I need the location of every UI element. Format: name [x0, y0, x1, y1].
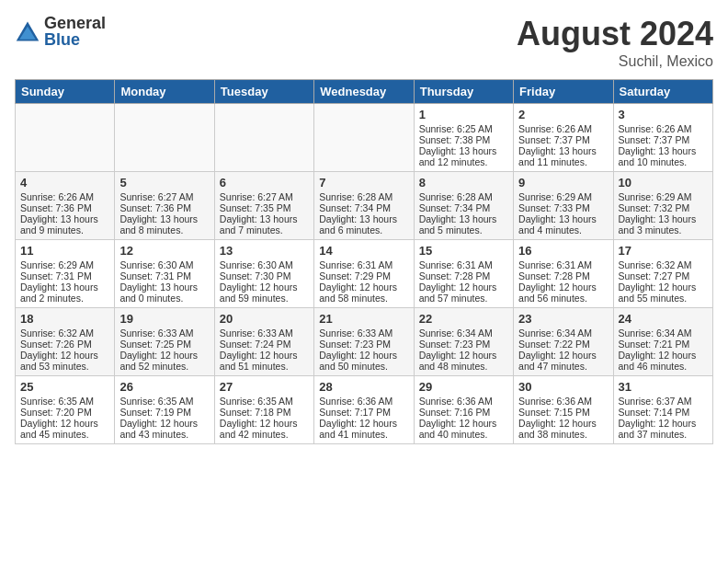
daylight-hours-text: Daylight: 12 hours — [319, 350, 408, 361]
day-number: 3 — [619, 108, 708, 121]
daylight-minutes-text: and 5 minutes. — [419, 224, 508, 236]
sunrise-text: Sunrise: 6:31 AM — [319, 259, 408, 270]
day-number: 4 — [20, 176, 109, 190]
sunrise-text: Sunrise: 6:26 AM — [518, 123, 608, 134]
daylight-hours-text: Daylight: 13 hours — [319, 213, 408, 224]
daylight-hours-text: Daylight: 12 hours — [220, 418, 309, 429]
weekday-header: Monday — [115, 80, 214, 104]
calendar-cell: 19Sunrise: 6:33 AMSunset: 7:25 PMDayligh… — [115, 308, 214, 376]
calendar-cell — [314, 104, 414, 172]
calendar-cell: 2Sunrise: 6:26 AMSunset: 7:37 PMDaylight… — [514, 104, 613, 172]
sunrise-text: Sunrise: 6:34 AM — [619, 327, 708, 339]
calendar-cell — [16, 104, 115, 172]
calendar-cell: 4Sunrise: 6:26 AMSunset: 7:36 PMDaylight… — [16, 172, 115, 240]
daylight-minutes-text: and 40 minutes. — [419, 429, 508, 440]
sunset-text: Sunset: 7:36 PM — [119, 202, 209, 213]
logo-general: General — [44, 15, 106, 31]
daylight-hours-text: Daylight: 12 hours — [20, 418, 109, 429]
daylight-hours-text: Daylight: 13 hours — [419, 213, 508, 224]
calendar-cell: 7Sunrise: 6:28 AMSunset: 7:34 PMDaylight… — [314, 172, 414, 240]
month-year: August 2024 — [517, 15, 713, 53]
calendar-week-row: 4Sunrise: 6:26 AMSunset: 7:36 PMDaylight… — [16, 172, 713, 240]
sunset-text: Sunset: 7:18 PM — [220, 407, 309, 418]
day-number: 31 — [619, 380, 708, 394]
calendar-cell: 20Sunrise: 6:33 AMSunset: 7:24 PMDayligh… — [214, 308, 313, 376]
day-number: 18 — [20, 312, 109, 326]
sunrise-text: Sunrise: 6:28 AM — [419, 191, 508, 202]
sunrise-text: Sunrise: 6:26 AM — [619, 123, 708, 134]
sunset-text: Sunset: 7:34 PM — [319, 202, 408, 213]
day-number: 28 — [319, 380, 408, 394]
weekday-header: Wednesday — [314, 80, 414, 104]
calendar-cell: 30Sunrise: 6:36 AMSunset: 7:15 PMDayligh… — [514, 376, 613, 444]
daylight-hours-text: Daylight: 12 hours — [619, 282, 708, 293]
sunrise-text: Sunrise: 6:29 AM — [20, 259, 109, 270]
daylight-hours-text: Daylight: 12 hours — [518, 350, 608, 361]
daylight-minutes-text: and 55 minutes. — [619, 293, 708, 304]
daylight-hours-text: Daylight: 12 hours — [619, 350, 708, 361]
daylight-hours-text: Daylight: 13 hours — [518, 213, 608, 224]
daylight-hours-text: Daylight: 12 hours — [220, 282, 309, 293]
daylight-minutes-text: and 43 minutes. — [119, 429, 209, 440]
daylight-minutes-text: and 2 minutes. — [20, 293, 109, 304]
logo: General Blue — [15, 15, 106, 48]
daylight-minutes-text: and 48 minutes. — [419, 361, 508, 372]
daylight-hours-text: Daylight: 12 hours — [419, 418, 508, 429]
day-number: 17 — [619, 244, 708, 258]
sunrise-text: Sunrise: 6:34 AM — [419, 327, 508, 339]
calendar-week-row: 11Sunrise: 6:29 AMSunset: 7:31 PMDayligh… — [16, 240, 713, 308]
day-number: 14 — [319, 244, 408, 258]
sunrise-text: Sunrise: 6:33 AM — [220, 327, 309, 339]
sunset-text: Sunset: 7:36 PM — [20, 202, 109, 213]
daylight-minutes-text: and 56 minutes. — [518, 293, 608, 304]
daylight-hours-text: Daylight: 12 hours — [419, 350, 508, 361]
day-number: 13 — [220, 244, 309, 258]
sunset-text: Sunset: 7:38 PM — [419, 134, 508, 145]
daylight-hours-text: Daylight: 13 hours — [518, 145, 608, 156]
calendar-cell: 25Sunrise: 6:35 AMSunset: 7:20 PMDayligh… — [16, 376, 115, 444]
day-number: 27 — [220, 380, 309, 394]
calendar-cell: 21Sunrise: 6:33 AMSunset: 7:23 PMDayligh… — [314, 308, 414, 376]
calendar-cell: 22Sunrise: 6:34 AMSunset: 7:23 PMDayligh… — [414, 308, 513, 376]
sunset-text: Sunset: 7:26 PM — [20, 339, 109, 350]
sunrise-text: Sunrise: 6:31 AM — [419, 259, 508, 270]
day-number: 7 — [319, 176, 408, 190]
day-number: 19 — [119, 312, 209, 326]
daylight-minutes-text: and 46 minutes. — [619, 361, 708, 372]
logo-blue: Blue — [44, 31, 106, 48]
sunrise-text: Sunrise: 6:36 AM — [518, 396, 608, 407]
sunrise-text: Sunrise: 6:32 AM — [619, 259, 708, 270]
calendar-cell: 13Sunrise: 6:30 AMSunset: 7:30 PMDayligh… — [214, 240, 313, 308]
sunset-text: Sunset: 7:15 PM — [518, 407, 608, 418]
daylight-minutes-text: and 9 minutes. — [20, 224, 109, 236]
daylight-minutes-text: and 58 minutes. — [319, 293, 408, 304]
calendar-cell: 1Sunrise: 6:25 AMSunset: 7:38 PMDaylight… — [414, 104, 513, 172]
daylight-minutes-text: and 12 minutes. — [419, 156, 508, 167]
daylight-hours-text: Daylight: 12 hours — [20, 350, 109, 361]
page-header: General Blue August 2024 Suchil, Mexico — [15, 15, 713, 70]
daylight-hours-text: Daylight: 13 hours — [619, 145, 708, 156]
sunrise-text: Sunrise: 6:33 AM — [119, 327, 209, 339]
weekday-header-row: SundayMondayTuesdayWednesdayThursdayFrid… — [16, 80, 713, 104]
location: Suchil, Mexico — [517, 53, 713, 70]
calendar-week-row: 1Sunrise: 6:25 AMSunset: 7:38 PMDaylight… — [16, 104, 713, 172]
calendar-cell: 11Sunrise: 6:29 AMSunset: 7:31 PMDayligh… — [16, 240, 115, 308]
daylight-hours-text: Daylight: 13 hours — [119, 213, 209, 224]
sunrise-text: Sunrise: 6:30 AM — [119, 259, 209, 270]
daylight-hours-text: Daylight: 12 hours — [619, 418, 708, 429]
sunset-text: Sunset: 7:28 PM — [419, 270, 508, 282]
day-number: 20 — [220, 312, 309, 326]
daylight-minutes-text: and 11 minutes. — [518, 156, 608, 167]
sunset-text: Sunset: 7:21 PM — [619, 339, 708, 350]
daylight-minutes-text: and 3 minutes. — [619, 224, 708, 236]
calendar-cell: 8Sunrise: 6:28 AMSunset: 7:34 PMDaylight… — [414, 172, 513, 240]
sunset-text: Sunset: 7:27 PM — [619, 270, 708, 282]
sunset-text: Sunset: 7:31 PM — [119, 270, 209, 282]
day-number: 10 — [619, 176, 708, 190]
calendar-cell: 23Sunrise: 6:34 AMSunset: 7:22 PMDayligh… — [514, 308, 613, 376]
day-number: 12 — [119, 244, 209, 258]
sunset-text: Sunset: 7:17 PM — [319, 407, 408, 418]
calendar-cell: 16Sunrise: 6:31 AMSunset: 7:28 PMDayligh… — [514, 240, 613, 308]
calendar-cell: 28Sunrise: 6:36 AMSunset: 7:17 PMDayligh… — [314, 376, 414, 444]
sunrise-text: Sunrise: 6:27 AM — [220, 191, 309, 202]
